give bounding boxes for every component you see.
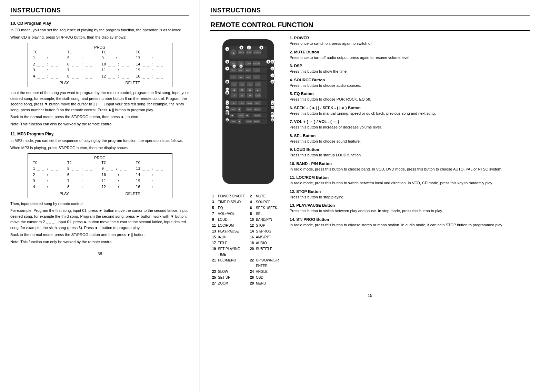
svg-text:BAND/N: BAND/N [253,63,260,65]
svg-text:19: 19 [271,103,273,105]
rc-title: REMOTE CONTROL FUNCTION [210,21,530,31]
right-header: INSTRUCTIONS [210,7,530,16]
svg-text:VOL: VOL [232,70,235,72]
svg-text:10+: 10+ [247,76,250,79]
svg-text:PBC: PBC [232,109,235,110]
svg-text:5: 5 [241,89,243,91]
svg-text:LOC: LOC [255,70,259,72]
svg-text:1: 1 [233,83,235,86]
description-entry: 7. VOL + ( → ) / VOL - ( ← )Press this b… [290,120,530,130]
svg-text:►: ► [246,114,249,116]
svg-text:6: 6 [234,65,235,68]
svg-text:ANGLE: ANGLE [255,109,260,110]
legend-item: 23SLOW [212,269,247,275]
svg-text:▲: ▲ [238,108,241,110]
svg-text:23: 23 [226,111,228,113]
section10-para4: Back to the normal mode, press the ST/PR… [10,114,189,120]
svg-text:8: 8 [241,94,243,97]
svg-text:▼: ▼ [238,120,241,123]
legend-item: 14ST/PROG [250,229,284,234]
desc-text: Press this button to manual turning, spe… [290,111,530,116]
svg-text:GOTO: GOTO [256,95,261,97]
desc-title: 9. LOUD Button [290,147,530,152]
description-entry: 3. DSPPress this button to show the time… [290,64,530,74]
legend-item: 3TIME DISPLAY [212,199,247,205]
desc-title: 6. SEEK + ( ►| ) / SEEK - ( |◄ ) Button [290,106,530,110]
svg-text:SLOW: SLOW [247,109,251,110]
legend-item: 16AMS/RPT [250,235,284,240]
legend-item: 18AUDIO [250,240,284,246]
cd-prog-header: PROG [31,45,169,49]
legend-item: 6SEEK+/SEEK- [250,205,284,211]
legend-item: 25SET UP [212,275,247,280]
legend-item: 28MENU [250,281,284,286]
desc-title: 2. MUTE Button [290,50,530,54]
desc-title: 4. SOURCE Button [290,78,530,82]
svg-text:12: 12 [226,92,228,94]
right-page-number: 15 [210,293,530,298]
legend-item: 12STOP [250,223,284,228]
left-header: INSTRUCTIONS [10,7,189,16]
description-entry: 1. POWERPress once to switch on, press a… [290,36,530,47]
desc-text: Press this button to show the time. [290,69,530,74]
legend-item: 21PBC/MENU [212,258,247,269]
svg-text:◄: ◄ [231,114,233,116]
svg-text:SEL: SEL [239,70,242,72]
svg-text:OSD: OSD [232,121,235,123]
svg-text:14: 14 [271,75,273,77]
desc-text: Press this button to choose audio source… [290,83,530,89]
legend-item: 5EQ [212,205,247,211]
desc-text: Press this button to switch between play… [290,208,530,214]
legend-item: 27ZOOM [212,281,247,286]
svg-text:⏻: ⏻ [233,52,234,54]
description-entry: 6. SEEK + ( ►| ) / SEEK - ( |◄ ) ButtonP… [290,106,530,116]
svg-text:ENTER: ENTER [239,115,243,116]
legend-item: 17TITLE [212,240,247,246]
desc-text: Press this button to startup LOUD functi… [290,152,530,158]
desc-title: 14. ST/ PROG Button [290,217,530,221]
svg-text:SETUP: SETUP [255,115,260,116]
description-entry: 9. LOUD ButtonPress this button to start… [290,147,530,158]
section10-para1: In CD mode, you can set the sequence of … [10,27,189,33]
svg-text:21: 21 [226,107,228,109]
svg-text:MUTE: MUTE [239,51,244,53]
mp3-prog-table: PROG TC TC TC TC 1 _ _ : _ _ 5 _ _ : _ _… [28,153,172,198]
svg-text:DSP: DSP [247,51,251,53]
svg-text:4: 4 [233,89,235,91]
legend-item: 1POWER ON/OFF [212,194,247,199]
svg-text:A/F: A/F [233,102,235,104]
remote-section: ⏻ MUTE DSP SOURCE 1 2 3 4 [210,36,286,286]
description-entry: 11. LOC/RDM ButtonIn radio mode, press t… [290,175,530,186]
section11-para5: Back to the normal mode, press the ST/PR… [10,232,189,238]
legend-item: 10BAND/P/N [250,217,284,223]
mp3-row-2: 2 _ _ : _ _ 6 _ _ : _ _ 10 _ _ : _ _ 14 … [31,172,169,178]
desc-text: Press once to switch on, press again to … [290,41,530,47]
svg-text:0: 0 [233,76,234,79]
svg-text:SOURCE: SOURCE [253,51,261,53]
svg-text:AUDIO: AUDIO [248,102,252,104]
desc-title: 13. PLAY/PAUSE Button [290,203,530,207]
description-entry: 14. ST/ PROG ButtonIn radio mode, press … [290,217,530,228]
svg-text:27: 27 [271,115,273,117]
svg-text:15: 15 [226,81,228,83]
mp3-prog-header: PROG [31,156,169,160]
section10-para2: When CD is playing, press ST/PROG button… [10,34,189,40]
left-page: INSTRUCTIONS 10. CD Program Play In CD m… [0,0,200,392]
description-entry: 13. PLAY/PAUSE ButtonPress this button t… [290,203,530,214]
section10-title: 10. CD Program Play [10,21,189,26]
mp3-prog-tc-row: TC TC TC TC [31,161,169,165]
svg-text:MENU: MENU [254,121,259,123]
section11-para3: Then, input desired song by remote contr… [10,201,189,207]
mp3-row-3: 3 _ _ : _ _ 7 _ _ : _ _ 11 _ _ : _ _ 15 … [31,178,169,184]
legend-item: 24ANGLE [250,269,284,275]
svg-text:24: 24 [271,107,273,109]
cd-row-3: 3 _ _ : _ _ 7 _ _ : _ _ 11 _ _ : _ _ 15 … [31,67,169,73]
svg-text:7: 7 [233,94,235,97]
desc-title: 5. EQ Button [290,92,530,96]
desc-text: Press this button to increase or decreas… [290,124,530,130]
section10-para5: Note: This function can only be worked b… [10,121,189,127]
svg-text:ZOOM: ZOOM [247,121,251,123]
mp3-prog-footer: PLAY DELETE [31,192,169,196]
desc-text: Press this button to stop playing. [290,194,530,200]
desc-title: 3. DSP [290,64,530,68]
